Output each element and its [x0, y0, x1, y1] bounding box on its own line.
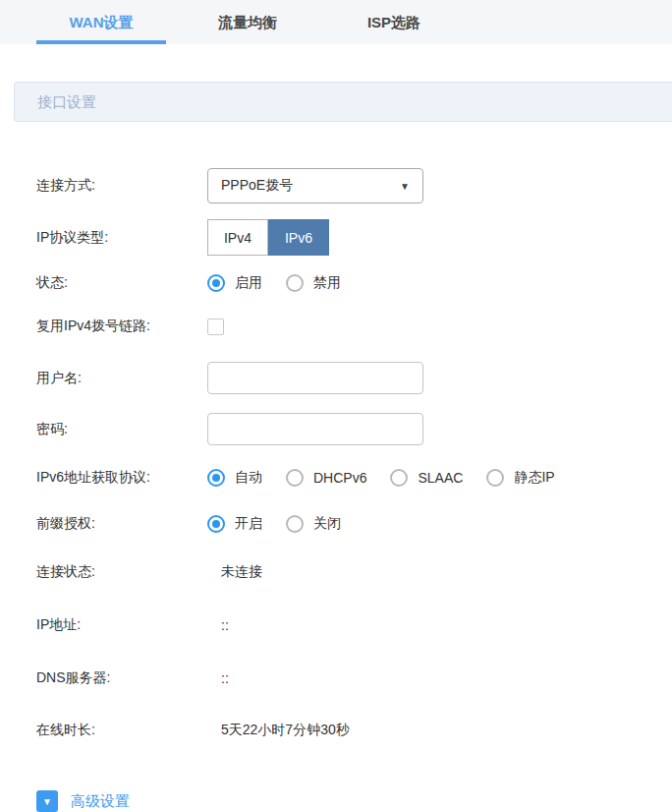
status-radio-disable[interactable]: 禁用 [286, 274, 341, 292]
row-ip-protocol: IP协议类型: IPv4 IPv6 [36, 219, 672, 256]
tab-bar: WAN设置 流量均衡 ISP选路 [0, 0, 672, 44]
ipv6-proto-radio-dhcpv6[interactable]: DHCPv6 [286, 469, 366, 487]
ipv6-proto-static-label: 静态IP [514, 469, 554, 487]
connection-type-label: 连接方式: [36, 177, 207, 195]
ipv6-proto-radio-slaac[interactable]: SLAAC [390, 469, 463, 487]
radio-unselected-icon [286, 469, 304, 487]
password-input[interactable] [207, 413, 423, 445]
prefix-on-label: 开启 [235, 515, 262, 533]
tab-traffic-balance[interactable]: 流量均衡 [183, 0, 312, 44]
status-enable-label: 启用 [235, 274, 262, 292]
row-ipv6-address-protocol: IPv6地址获取协议: 自动 DHCPv6 SLAAC 静态IP [36, 469, 672, 487]
online-time-label: 在线时长: [36, 722, 207, 739]
advanced-settings-toggle[interactable]: ▼ 高级设置 [36, 790, 672, 812]
radio-selected-icon [207, 515, 225, 533]
ip-address-label: IP地址: [36, 616, 207, 634]
radio-unselected-icon [286, 274, 304, 292]
ip-protocol-toggle: IPv4 IPv6 [207, 219, 329, 256]
dns-server-label: DNS服务器: [36, 669, 207, 687]
reuse-ipv4-link-label: 复用IPv4拨号链路: [36, 318, 207, 335]
row-ip-address: IP地址: :: [36, 616, 672, 634]
ipv6-proto-slaac-label: SLAAC [418, 470, 463, 486]
tab-isp-routing[interactable]: ISP选路 [329, 0, 459, 44]
status-radio-enable[interactable]: 启用 [207, 274, 262, 292]
status-disable-label: 禁用 [313, 274, 341, 292]
ipv4-toggle-button[interactable]: IPv4 [207, 219, 268, 256]
ipv6-address-protocol-label: IPv6地址获取协议: [36, 469, 207, 487]
password-label: 密码: [36, 421, 207, 438]
username-label: 用户名: [36, 370, 207, 387]
chevron-down-icon: ▼ [36, 790, 58, 812]
connection-status-label: 连接状态: [36, 563, 207, 581]
online-time-value: 5天22小时7分钟30秒 [207, 722, 350, 739]
radio-selected-icon [207, 469, 225, 487]
ipv6-proto-dhcpv6-label: DHCPv6 [313, 470, 366, 486]
row-status: 状态: 启用 禁用 [36, 274, 672, 292]
row-password: 密码: [36, 413, 672, 445]
dropdown-caret-icon: ▼ [400, 181, 410, 192]
prefix-radio-off[interactable]: 关闭 [286, 515, 341, 533]
prefix-radio-on[interactable]: 开启 [207, 515, 262, 533]
connection-type-value: PPPoE拨号 [221, 177, 293, 195]
ip-address-value: :: [207, 617, 229, 633]
advanced-settings-label: 高级设置 [71, 792, 130, 811]
radio-unselected-icon [486, 469, 504, 487]
radio-unselected-icon [390, 469, 408, 487]
ipv6-proto-radio-auto[interactable]: 自动 [207, 469, 262, 487]
connection-status-value: 未连接 [207, 563, 262, 581]
row-connection-type: 连接方式: PPPoE拨号 ▼ [36, 168, 672, 203]
reuse-ipv4-link-checkbox[interactable] [207, 319, 224, 335]
row-prefix-delegation: 前缀授权: 开启 关闭 [36, 515, 672, 533]
prefix-off-label: 关闭 [313, 515, 341, 533]
radio-selected-icon [207, 274, 225, 292]
section-header-interface-settings: 接口设置 [14, 82, 672, 122]
row-connection-status: 连接状态: 未连接 [36, 563, 672, 581]
ipv6-toggle-button[interactable]: IPv6 [268, 219, 329, 256]
wan-settings-form: 连接方式: PPPoE拨号 ▼ IP协议类型: IPv4 IPv6 状态: 启用… [0, 122, 672, 812]
dns-server-value: :: [207, 670, 229, 686]
row-online-time: 在线时长: 5天22小时7分钟30秒 [36, 722, 672, 739]
tab-wan-settings[interactable]: WAN设置 [36, 0, 166, 44]
row-dns-server: DNS服务器: :: [36, 669, 672, 687]
ipv6-proto-radio-static[interactable]: 静态IP [486, 469, 554, 487]
ipv6-proto-auto-label: 自动 [235, 469, 262, 487]
prefix-delegation-label: 前缀授权: [36, 515, 207, 533]
row-username: 用户名: [36, 362, 672, 394]
connection-type-select[interactable]: PPPoE拨号 ▼ [207, 168, 423, 203]
ip-protocol-label: IP协议类型: [36, 229, 207, 247]
row-reuse-ipv4-link: 复用IPv4拨号链路: [36, 318, 672, 335]
radio-unselected-icon [286, 515, 304, 533]
username-input[interactable] [207, 362, 423, 394]
status-label: 状态: [36, 274, 207, 292]
